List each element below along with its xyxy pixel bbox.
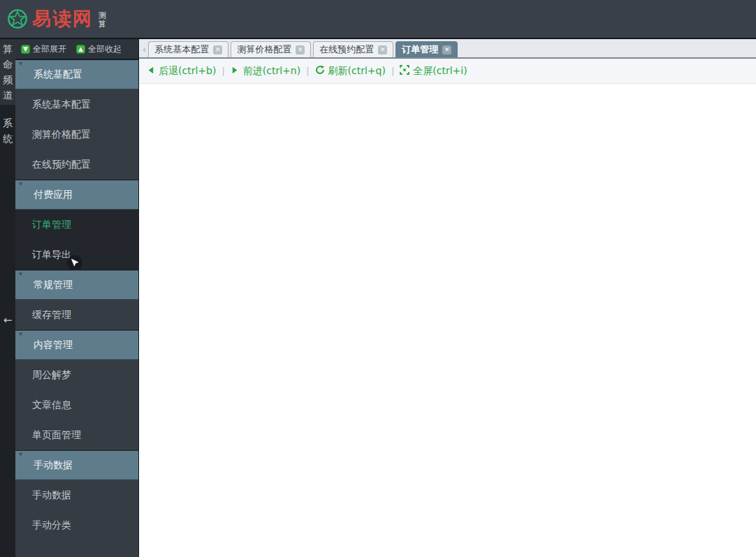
sidebar-menu: ▾系统基配置系统基本配置测算价格配置在线预约配置▾付费应用订单管理订单导出▾常规… — [15, 59, 138, 557]
channel-strip: 算命频道系统 ← — [0, 39, 15, 557]
sidebar-item[interactable]: 在线预约配置 — [15, 150, 138, 180]
sidebar-group-header[interactable]: ▾付费应用 — [15, 180, 138, 210]
sidebar-collapse-arrow[interactable]: ← — [0, 314, 15, 326]
fullscreen-icon — [400, 65, 409, 77]
sidebar-item[interactable]: 手动数据 — [15, 480, 138, 510]
sidebar-item[interactable]: 手动分类 — [15, 510, 138, 540]
tab-label: 系统基本配置 — [154, 43, 209, 56]
sidebar-group-header[interactable]: ▾系统基配置 — [15, 59, 138, 89]
sidebar-item[interactable]: 单页面管理 — [15, 420, 138, 450]
sidebar-group-header[interactable]: ▾手动数据 — [15, 450, 138, 480]
toolbar-button[interactable]: 前进(ctrl+n) — [231, 65, 300, 78]
sidebar: ▼ 全部展开 ▲ 全部收起 ▾系统基配置系统基本配置测算价格配置在线预约配置▾付… — [15, 39, 139, 557]
group-caret-icon: ▾ — [19, 180, 22, 187]
toolbar-button-label: 前进(ctrl+n) — [243, 65, 300, 78]
tab-bar: ‹ 系统基本配置✕测算价格配置✕在线预约配置✕订单管理✕ — [139, 39, 756, 59]
tab[interactable]: 测算价格配置✕ — [231, 41, 311, 57]
forward-arrow-icon — [231, 66, 240, 77]
mouse-cursor-icon — [67, 255, 82, 270]
app-window: 易读网 测算 算命频道系统 ← ▼ 全部展开 ▲ 全部收起 ▾系统基配置系统基本… — [0, 0, 756, 557]
sidebar-item[interactable]: 文章信息 — [15, 390, 138, 420]
tab-label: 订单管理 — [402, 43, 438, 56]
group-caret-icon: ▾ — [19, 330, 22, 338]
toolbar-button-label: 刷新(ctrl+q) — [328, 65, 386, 78]
header: 易读网 测算 — [0, 0, 756, 39]
toolbar-separator: | — [221, 66, 224, 76]
expand-all-button[interactable]: ▼ 全部展开 — [21, 43, 66, 55]
toolbar-button-label: 后退(ctrl+b) — [159, 65, 216, 78]
collapse-all-label: 全部收起 — [88, 43, 122, 55]
expand-all-label: 全部展开 — [33, 43, 66, 55]
logo: 易读网 测算 — [7, 6, 108, 31]
toolbar-separator: | — [306, 66, 309, 76]
channel-tab[interactable]: 系统 — [0, 113, 15, 148]
toolbar: 后退(ctrl+b)|前进(ctrl+n)|刷新(ctrl+q)|全屏(ctrl… — [139, 59, 756, 84]
site-title: 易读网 — [32, 6, 93, 31]
sidebar-item[interactable]: 订单导出 — [15, 240, 138, 270]
sidebar-item[interactable]: 订单管理 — [15, 210, 138, 240]
tab-close-icon[interactable]: ✕ — [296, 45, 305, 55]
tab-scroll-left-icon[interactable]: ‹ — [140, 44, 148, 57]
collapse-all-button[interactable]: ▲ 全部收起 — [76, 43, 122, 55]
refresh-icon — [315, 65, 325, 77]
main-panel: ‹ 系统基本配置✕测算价格配置✕在线预约配置✕订单管理✕ 后退(ctrl+b)|… — [139, 39, 756, 557]
sidebar-group-header[interactable]: ▾内容管理 — [15, 330, 138, 360]
tab[interactable]: 在线预约配置✕ — [313, 41, 393, 57]
toolbar-button[interactable]: 刷新(ctrl+q) — [315, 65, 386, 78]
toolbar-button[interactable]: 后退(ctrl+b) — [146, 65, 216, 78]
sidebar-item[interactable]: 系统基本配置 — [15, 89, 138, 120]
tab[interactable]: 系统基本配置✕ — [148, 41, 228, 57]
sidebar-item[interactable]: 周公解梦 — [15, 360, 138, 390]
sidebar-controls: ▼ 全部展开 ▲ 全部收起 — [15, 39, 138, 59]
tab-label: 测算价格配置 — [237, 43, 291, 56]
content-area — [139, 84, 756, 557]
toolbar-separator: | — [391, 66, 394, 76]
toolbar-button-label: 全屏(ctrl+i) — [413, 65, 467, 78]
tab-close-icon[interactable]: ✕ — [378, 45, 387, 55]
tab-close-icon[interactable]: ✕ — [442, 45, 451, 55]
sidebar-item[interactable]: 测算价格配置 — [15, 120, 138, 150]
group-caret-icon: ▾ — [19, 450, 22, 458]
tab-close-icon[interactable]: ✕ — [213, 45, 222, 55]
star-circle-icon — [7, 8, 28, 29]
tab-label: 在线预约配置 — [319, 43, 374, 56]
sidebar-item[interactable]: 缓存管理 — [15, 300, 138, 330]
sidebar-group-header[interactable]: ▾常规管理 — [15, 270, 138, 300]
group-caret-icon: ▾ — [19, 270, 22, 277]
arrow-up-square-icon: ▲ — [76, 45, 85, 54]
toolbar-button[interactable]: 全屏(ctrl+i) — [400, 65, 467, 78]
channel-tab[interactable]: 算命频道 — [0, 39, 15, 105]
site-subtitle: 测算 — [99, 12, 108, 29]
group-caret-icon: ▾ — [19, 59, 22, 67]
back-arrow-icon — [146, 66, 155, 77]
arrow-down-square-icon: ▼ — [21, 45, 30, 54]
tab[interactable]: 订单管理✕ — [395, 41, 458, 57]
